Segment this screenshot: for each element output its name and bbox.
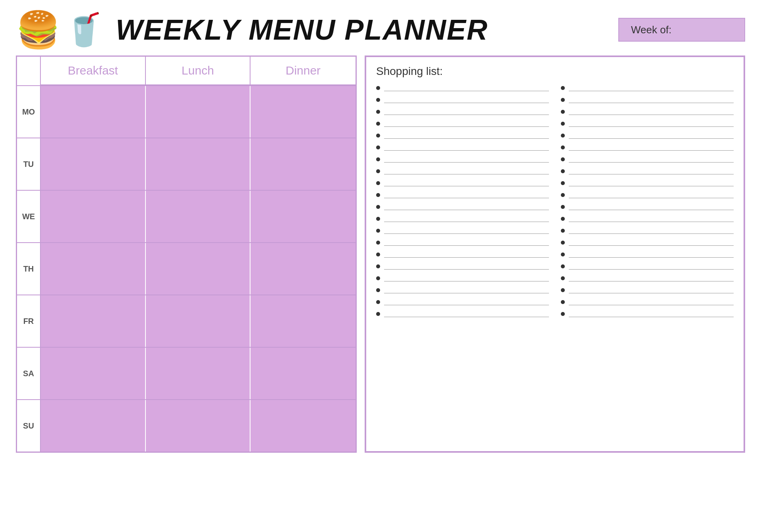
shopping-line xyxy=(569,287,734,293)
list-item[interactable] xyxy=(376,275,549,281)
we-lunch[interactable] xyxy=(146,191,251,242)
su-breakfast[interactable] xyxy=(41,400,146,452)
shopping-line xyxy=(384,239,549,246)
fr-breakfast[interactable] xyxy=(41,295,146,347)
table-row: TU xyxy=(17,138,356,190)
bullet-icon xyxy=(561,288,565,292)
day-label-su: SU xyxy=(17,400,41,452)
page-title: WEEKLY MENU PLANNER xyxy=(116,13,618,46)
bullet-icon xyxy=(376,145,380,149)
list-item[interactable] xyxy=(561,97,734,103)
list-item[interactable] xyxy=(376,204,549,210)
shopping-line xyxy=(569,251,734,258)
bullet-icon xyxy=(561,181,565,185)
th-lunch[interactable] xyxy=(146,243,251,295)
mo-breakfast[interactable] xyxy=(41,86,146,138)
shopping-line xyxy=(384,228,549,234)
shopping-line xyxy=(384,156,549,163)
shopping-line xyxy=(569,121,734,127)
list-item[interactable] xyxy=(376,299,549,305)
shopping-line xyxy=(384,216,549,222)
list-item[interactable] xyxy=(561,168,734,174)
shopping-line xyxy=(384,299,549,305)
bullet-icon xyxy=(376,288,380,292)
list-item[interactable] xyxy=(376,311,549,317)
shopping-right-col xyxy=(561,85,734,323)
list-item[interactable] xyxy=(376,192,549,198)
sa-lunch[interactable] xyxy=(146,348,251,399)
list-item[interactable] xyxy=(561,132,734,139)
bullet-icon xyxy=(376,217,380,221)
list-item[interactable] xyxy=(376,156,549,163)
list-item[interactable] xyxy=(561,287,734,293)
list-item[interactable] xyxy=(376,251,549,258)
bullet-icon xyxy=(561,110,565,114)
bullet-icon xyxy=(376,205,380,209)
bullet-icon xyxy=(376,193,380,197)
list-item[interactable] xyxy=(561,299,734,305)
we-dinner[interactable] xyxy=(250,191,356,242)
sa-breakfast[interactable] xyxy=(41,348,146,399)
list-item[interactable] xyxy=(561,109,734,115)
list-item[interactable] xyxy=(376,263,549,270)
meal-planner-table: Breakfast Lunch Dinner MO TU WE TH xyxy=(16,55,357,453)
th-dinner[interactable] xyxy=(250,243,356,295)
shopping-line xyxy=(569,275,734,281)
list-item[interactable] xyxy=(376,180,549,186)
tu-lunch[interactable] xyxy=(146,138,251,190)
shopping-list-title: Shopping list: xyxy=(376,65,734,78)
shopping-line xyxy=(569,168,734,174)
bullet-icon xyxy=(561,86,565,90)
list-item[interactable] xyxy=(376,132,549,139)
day-label-sa: SA xyxy=(17,348,41,399)
list-item[interactable] xyxy=(376,121,549,127)
list-item[interactable] xyxy=(561,275,734,281)
sa-dinner[interactable] xyxy=(250,348,356,399)
list-item[interactable] xyxy=(376,287,549,293)
su-dinner[interactable] xyxy=(250,400,356,452)
list-item[interactable] xyxy=(561,192,734,198)
list-item[interactable] xyxy=(561,121,734,127)
list-item[interactable] xyxy=(561,311,734,317)
list-item[interactable] xyxy=(376,144,549,151)
mo-lunch[interactable] xyxy=(146,86,251,138)
shopping-line xyxy=(569,239,734,246)
tu-dinner[interactable] xyxy=(250,138,356,190)
list-item[interactable] xyxy=(561,144,734,151)
list-item[interactable] xyxy=(561,85,734,91)
list-item[interactable] xyxy=(376,216,549,222)
we-breakfast[interactable] xyxy=(41,191,146,242)
tu-breakfast[interactable] xyxy=(41,138,146,190)
list-item[interactable] xyxy=(561,228,734,234)
shopping-line xyxy=(569,192,734,198)
drink-icon: 🥤 xyxy=(64,14,104,46)
list-item[interactable] xyxy=(376,97,549,103)
list-item[interactable] xyxy=(376,109,549,115)
fr-lunch[interactable] xyxy=(146,295,251,347)
list-item[interactable] xyxy=(376,85,549,91)
bullet-icon xyxy=(561,145,565,149)
list-item[interactable] xyxy=(561,216,734,222)
list-item[interactable] xyxy=(561,156,734,163)
list-item[interactable] xyxy=(561,180,734,186)
week-of-field[interactable]: Week of: xyxy=(618,18,745,42)
su-lunch[interactable] xyxy=(146,400,251,452)
bullet-icon xyxy=(376,264,380,268)
bullet-icon xyxy=(561,169,565,173)
list-item[interactable] xyxy=(561,204,734,210)
list-item[interactable] xyxy=(561,239,734,246)
shopping-line xyxy=(569,180,734,186)
logo-area: 🍔 🥤 xyxy=(16,12,104,48)
th-breakfast[interactable] xyxy=(41,243,146,295)
list-item[interactable] xyxy=(561,263,734,270)
bullet-icon xyxy=(376,98,380,102)
bullet-icon xyxy=(376,110,380,114)
fr-dinner[interactable] xyxy=(250,295,356,347)
mo-dinner[interactable] xyxy=(250,86,356,138)
day-spacer xyxy=(17,57,41,85)
shopping-line xyxy=(569,144,734,151)
list-item[interactable] xyxy=(561,251,734,258)
list-item[interactable] xyxy=(376,168,549,174)
list-item[interactable] xyxy=(376,239,549,246)
list-item[interactable] xyxy=(376,228,549,234)
